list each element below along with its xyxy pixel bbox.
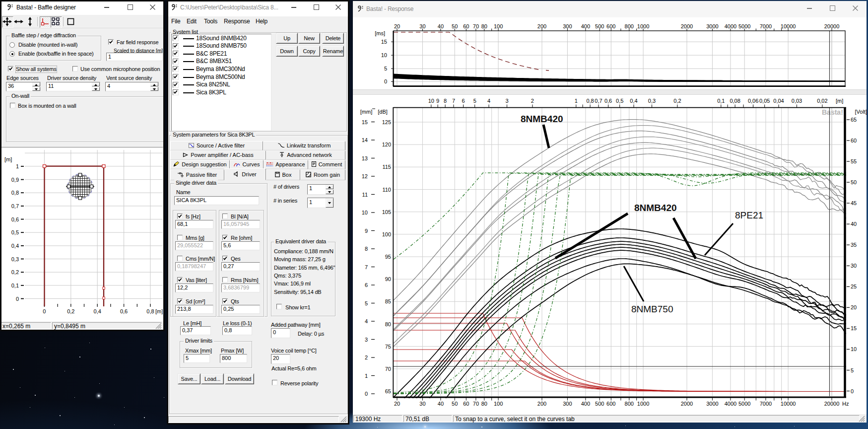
svg-text:0,7: 0,7 xyxy=(595,98,602,104)
svg-text:0,04: 0,04 xyxy=(773,98,784,104)
svg-text:1000: 1000 xyxy=(637,401,649,407)
svg-text:5000: 5000 xyxy=(738,401,750,407)
svg-text:600: 600 xyxy=(606,401,615,407)
svg-text:7: 7 xyxy=(452,98,455,104)
svg-text:0,5: 0,5 xyxy=(616,98,623,104)
svg-text:80: 80 xyxy=(385,321,391,327)
svg-text:500: 500 xyxy=(595,401,604,407)
svg-text:0: 0 xyxy=(365,391,368,397)
svg-text:100: 100 xyxy=(494,401,503,407)
svg-text:0,1: 0,1 xyxy=(717,98,725,104)
svg-text:0,2: 0,2 xyxy=(673,98,681,104)
svg-text:3000: 3000 xyxy=(706,23,718,29)
svg-text:14: 14 xyxy=(362,137,368,143)
svg-text:[dB]: [dB] xyxy=(378,109,388,115)
svg-text:0,4: 0,4 xyxy=(630,98,637,104)
svg-text:8NMB420: 8NMB420 xyxy=(521,114,563,124)
svg-text:10: 10 xyxy=(381,52,387,58)
svg-text:4: 4 xyxy=(365,318,368,324)
svg-text:110: 110 xyxy=(382,187,391,193)
svg-text:0,08: 0,08 xyxy=(730,98,740,104)
svg-text:9: 9 xyxy=(436,98,439,104)
svg-text:6: 6 xyxy=(462,98,465,104)
svg-text:600: 600 xyxy=(606,23,615,29)
svg-text:8: 8 xyxy=(365,246,368,252)
svg-text:4000: 4000 xyxy=(725,401,736,407)
svg-text:105: 105 xyxy=(382,209,391,215)
svg-text:2: 2 xyxy=(531,98,534,104)
svg-text:8NMB750: 8NMB750 xyxy=(631,304,673,314)
svg-text:60: 60 xyxy=(851,138,857,143)
svg-text:60: 60 xyxy=(463,23,469,29)
svg-text:3000: 3000 xyxy=(706,401,718,407)
svg-text:[mm]: [mm] xyxy=(360,109,372,115)
svg-text:30: 30 xyxy=(851,263,857,269)
svg-text:75: 75 xyxy=(385,344,391,350)
svg-text:8: 8 xyxy=(444,98,447,104)
svg-text:2: 2 xyxy=(365,355,368,360)
svg-text:1: 1 xyxy=(575,98,578,104)
svg-text:0,03: 0,03 xyxy=(792,98,802,104)
svg-text:9: 9 xyxy=(365,228,368,234)
svg-text:5: 5 xyxy=(384,66,387,72)
svg-text:15: 15 xyxy=(362,119,368,125)
svg-text:0: 0 xyxy=(384,78,387,84)
svg-text:25: 25 xyxy=(851,284,857,289)
svg-text:7000: 7000 xyxy=(760,23,772,29)
svg-text:65: 65 xyxy=(385,388,391,394)
svg-text:8PE21: 8PE21 xyxy=(735,210,763,220)
svg-text:70: 70 xyxy=(385,366,391,372)
svg-text:80: 80 xyxy=(481,401,487,407)
svg-text:15: 15 xyxy=(381,39,387,45)
svg-text:5: 5 xyxy=(365,300,368,306)
svg-text:50: 50 xyxy=(851,179,857,185)
svg-text:90: 90 xyxy=(385,276,391,282)
svg-text:100: 100 xyxy=(494,23,503,29)
svg-text:70: 70 xyxy=(473,401,479,407)
svg-text:40: 40 xyxy=(438,23,444,29)
svg-text:1000: 1000 xyxy=(637,23,649,29)
svg-text:50: 50 xyxy=(452,23,458,29)
svg-text:20: 20 xyxy=(394,23,400,29)
svg-text:30: 30 xyxy=(419,401,425,407)
svg-text:10: 10 xyxy=(428,98,434,104)
svg-text:[Volt]: [Volt] xyxy=(855,109,867,115)
svg-text:12: 12 xyxy=(362,173,368,179)
svg-text:7: 7 xyxy=(365,264,368,270)
svg-text:125: 125 xyxy=(382,119,391,125)
svg-text:40: 40 xyxy=(851,221,857,227)
svg-text:30: 30 xyxy=(419,23,425,29)
svg-text:10000: 10000 xyxy=(781,23,796,29)
svg-text:0,8: 0,8 xyxy=(586,98,594,104)
svg-text:20000: 20000 xyxy=(824,23,840,29)
svg-text:500: 500 xyxy=(595,23,604,29)
svg-text:45: 45 xyxy=(851,200,857,206)
svg-text:40: 40 xyxy=(438,401,444,407)
svg-text:0,05: 0,05 xyxy=(759,98,770,104)
svg-text:20: 20 xyxy=(851,304,857,310)
svg-text:300: 300 xyxy=(563,401,572,407)
svg-text:2000: 2000 xyxy=(681,401,693,407)
svg-text:120: 120 xyxy=(382,142,391,147)
svg-text:[m]: [m] xyxy=(836,98,843,104)
svg-text:0,3: 0,3 xyxy=(648,98,656,104)
svg-text:10: 10 xyxy=(362,210,368,215)
svg-text:200: 200 xyxy=(537,401,546,407)
svg-text:115: 115 xyxy=(382,164,391,170)
svg-text:20000: 20000 xyxy=(824,401,840,407)
svg-text:55: 55 xyxy=(851,158,857,164)
svg-text:11: 11 xyxy=(362,192,368,198)
svg-text:8NMB420: 8NMB420 xyxy=(634,203,677,213)
svg-text:3: 3 xyxy=(505,98,508,104)
svg-text:0,6: 0,6 xyxy=(604,98,612,104)
svg-text:5000: 5000 xyxy=(738,23,750,29)
svg-text:65: 65 xyxy=(851,117,857,123)
svg-text:200: 200 xyxy=(537,23,546,29)
svg-text:20: 20 xyxy=(394,401,400,407)
svg-text:0,06: 0,06 xyxy=(748,98,758,104)
svg-text:4000: 4000 xyxy=(725,23,736,29)
svg-text:70: 70 xyxy=(473,23,479,29)
svg-text:800: 800 xyxy=(625,401,634,407)
svg-text:Basta!: Basta! xyxy=(822,108,843,116)
svg-text:5: 5 xyxy=(473,98,476,104)
